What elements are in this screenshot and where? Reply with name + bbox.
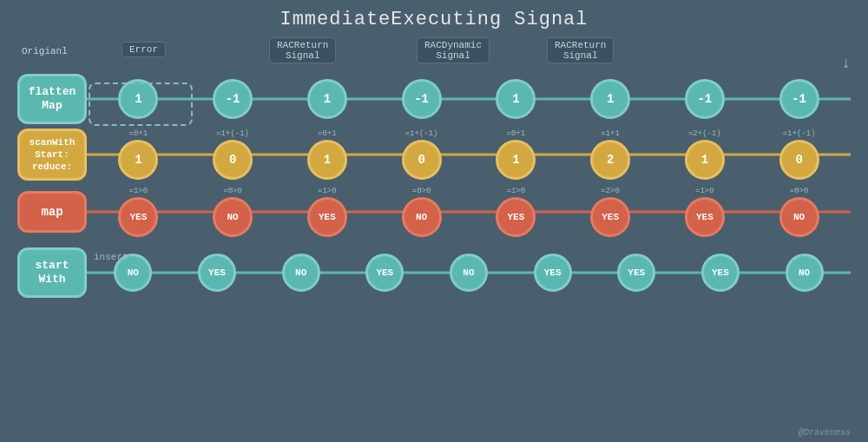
map-row: map =1>0 YES =0>0 NO =1>0 YES =0>0 NO [17,185,851,239]
start-node-9: NO [786,254,824,292]
start-node-8: YES [701,254,740,292]
start-node-7: YES [617,254,655,292]
flatten-map-node-5: 1 [496,79,536,119]
map-node-1: =1>0 YES [118,187,158,237]
flatten-map-label: flatten Map [17,74,87,124]
headers-row: Origianl Error RACReturn Signal RACDynam… [95,37,851,72]
header-error: Error [122,42,166,57]
header-racreturn1: RACReturn Signal [269,37,336,63]
scan-node-6: =1+1 2 [590,129,630,180]
map-node-4: =0>0 NO [402,187,442,237]
flatten-map-nodes: 1 -1 1 -1 1 1 -1 [87,79,851,119]
header-original: Origianl [22,46,68,56]
start-node-3: NO [282,254,320,292]
insert-label: insert [94,252,128,262]
header-racreturn2: RACReturn Signal [547,37,614,63]
flatten-map-node-3: 1 [307,79,347,119]
map-label: map [17,191,87,233]
header-racdynamic: RACDynamic Signal [417,37,490,63]
start-node-5: NO [450,254,488,292]
map-node-3: =1>0 YES [307,187,347,237]
scan-node-1: =0+1 1 [118,129,158,180]
start-with-label: start With [17,247,87,298]
scan-with-line-area: =0+1 1 =1+(-1) 0 =0+1 1 =1+(-1) 0 =0+1 [87,129,851,180]
flatten-map-node-2: -1 [213,79,253,119]
scan-node-5: =0+1 1 [496,129,536,180]
scan-node-3: =0+1 1 [307,129,347,180]
flatten-map-node-8: -1 [779,79,819,119]
page-title: ImmediateExecuting Signal [17,9,851,30]
start-with-row: start With insert NO YES NO YES NO [17,242,851,303]
map-node-2: =0>0 NO [213,187,253,237]
scan-with-label: scanWith Start: reduce: [17,129,87,181]
arrow-down-icon: ↓ [841,55,851,72]
main-container: ImmediateExecuting Signal Origianl Error… [0,0,868,442]
map-node-8: =0>0 NO [779,187,819,237]
scan-node-8: =1+(-1) 0 [779,129,819,180]
watermark: @Draveness [799,428,851,438]
scan-with-row: scanWith Start: reduce: =0+1 1 =1+(-1) 0… [17,128,851,181]
scan-with-nodes: =0+1 1 =1+(-1) 0 =0+1 1 =1+(-1) 0 =0+1 [87,129,851,180]
scan-node-2: =1+(-1) 0 [213,129,253,180]
flatten-map-node-1: 1 [118,79,158,119]
start-node-4: YES [365,254,404,292]
start-node-2: YES [198,254,236,292]
flatten-map-node-6: 1 [590,79,630,119]
start-with-nodes: NO YES NO YES NO YES YES [87,254,851,292]
flatten-map-row: flatten Map 1 -1 1 -1 1 [17,74,851,124]
map-line-area: =1>0 YES =0>0 NO =1>0 YES =0>0 NO =1>0 [87,187,851,237]
flatten-map-node-7: -1 [685,79,725,119]
start-with-line-area: insert NO YES NO YES NO YES [87,254,851,292]
map-node-5: =1>0 YES [496,187,536,237]
flatten-map-node-4: -1 [402,79,442,119]
map-node-7: =1>0 YES [685,187,725,237]
map-nodes: =1>0 YES =0>0 NO =1>0 YES =0>0 NO =1>0 [87,187,851,237]
scan-node-7: =2+(-1) 1 [685,129,725,180]
start-node-6: YES [534,254,572,292]
map-node-6: =2>0 YES [590,187,630,237]
flatten-map-line-area: 1 -1 1 -1 1 1 -1 [87,79,851,119]
scan-node-4: =1+(-1) 0 [402,129,442,180]
